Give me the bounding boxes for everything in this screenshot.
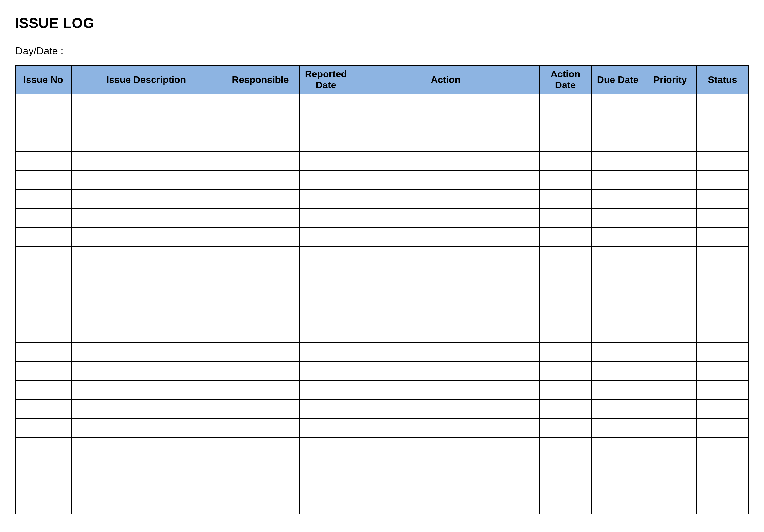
table-cell[interactable] — [15, 209, 71, 228]
table-cell[interactable] — [352, 361, 539, 380]
table-cell[interactable] — [644, 228, 696, 247]
table-cell[interactable] — [539, 113, 592, 132]
table-cell[interactable] — [696, 342, 749, 361]
table-cell[interactable] — [696, 476, 749, 495]
table-cell[interactable] — [696, 285, 749, 304]
table-cell[interactable] — [15, 400, 71, 419]
table-cell[interactable] — [644, 304, 696, 323]
table-cell[interactable] — [644, 113, 696, 132]
table-cell[interactable] — [71, 132, 221, 151]
table-cell[interactable] — [644, 94, 696, 113]
table-cell[interactable] — [71, 285, 221, 304]
table-cell[interactable] — [696, 323, 749, 342]
table-cell[interactable] — [15, 457, 71, 476]
table-cell[interactable] — [15, 247, 71, 266]
table-cell[interactable] — [352, 209, 539, 228]
table-cell[interactable] — [299, 419, 352, 438]
table-cell[interactable] — [299, 361, 352, 380]
table-cell[interactable] — [299, 304, 352, 323]
table-cell[interactable] — [221, 476, 299, 495]
table-cell[interactable] — [71, 113, 221, 132]
table-cell[interactable] — [299, 113, 352, 132]
table-cell[interactable] — [352, 495, 539, 514]
table-cell[interactable] — [539, 94, 592, 113]
table-cell[interactable] — [644, 323, 696, 342]
table-cell[interactable] — [71, 209, 221, 228]
table-cell[interactable] — [644, 132, 696, 151]
table-cell[interactable] — [221, 285, 299, 304]
table-cell[interactable] — [15, 266, 71, 285]
table-cell[interactable] — [539, 495, 592, 514]
table-cell[interactable] — [592, 457, 644, 476]
table-cell[interactable] — [299, 342, 352, 361]
table-cell[interactable] — [352, 285, 539, 304]
table-cell[interactable] — [696, 266, 749, 285]
table-cell[interactable] — [352, 419, 539, 438]
table-cell[interactable] — [299, 457, 352, 476]
table-cell[interactable] — [539, 361, 592, 380]
table-cell[interactable] — [592, 438, 644, 457]
table-cell[interactable] — [352, 189, 539, 209]
table-cell[interactable] — [71, 495, 221, 514]
table-cell[interactable] — [352, 323, 539, 342]
table-cell[interactable] — [299, 323, 352, 342]
table-cell[interactable] — [352, 94, 539, 113]
table-cell[interactable] — [644, 209, 696, 228]
table-cell[interactable] — [696, 438, 749, 457]
table-cell[interactable] — [644, 438, 696, 457]
table-cell[interactable] — [299, 209, 352, 228]
table-cell[interactable] — [221, 380, 299, 400]
table-cell[interactable] — [15, 304, 71, 323]
table-cell[interactable] — [15, 495, 71, 514]
table-cell[interactable] — [352, 170, 539, 189]
table-cell[interactable] — [696, 228, 749, 247]
table-cell[interactable] — [221, 304, 299, 323]
table-cell[interactable] — [299, 495, 352, 514]
table-cell[interactable] — [539, 209, 592, 228]
table-cell[interactable] — [539, 400, 592, 419]
table-cell[interactable] — [592, 419, 644, 438]
table-cell[interactable] — [592, 247, 644, 266]
table-cell[interactable] — [221, 151, 299, 170]
table-cell[interactable] — [539, 247, 592, 266]
table-cell[interactable] — [539, 323, 592, 342]
table-cell[interactable] — [15, 323, 71, 342]
table-cell[interactable] — [299, 266, 352, 285]
table-cell[interactable] — [299, 132, 352, 151]
table-cell[interactable] — [592, 189, 644, 209]
table-cell[interactable] — [15, 151, 71, 170]
table-cell[interactable] — [15, 132, 71, 151]
table-cell[interactable] — [644, 457, 696, 476]
table-cell[interactable] — [71, 151, 221, 170]
table-cell[interactable] — [221, 113, 299, 132]
table-cell[interactable] — [299, 400, 352, 419]
table-cell[interactable] — [696, 361, 749, 380]
table-cell[interactable] — [71, 457, 221, 476]
table-cell[interactable] — [352, 342, 539, 361]
table-cell[interactable] — [352, 304, 539, 323]
table-cell[interactable] — [696, 457, 749, 476]
table-cell[interactable] — [644, 151, 696, 170]
table-cell[interactable] — [299, 151, 352, 170]
table-cell[interactable] — [299, 438, 352, 457]
table-cell[interactable] — [299, 94, 352, 113]
table-cell[interactable] — [71, 400, 221, 419]
table-cell[interactable] — [696, 495, 749, 514]
table-cell[interactable] — [15, 380, 71, 400]
table-cell[interactable] — [696, 304, 749, 323]
table-cell[interactable] — [221, 400, 299, 419]
table-cell[interactable] — [644, 495, 696, 514]
table-cell[interactable] — [592, 361, 644, 380]
table-cell[interactable] — [592, 323, 644, 342]
table-cell[interactable] — [696, 247, 749, 266]
table-cell[interactable] — [644, 400, 696, 419]
table-cell[interactable] — [644, 476, 696, 495]
table-cell[interactable] — [644, 419, 696, 438]
table-cell[interactable] — [71, 342, 221, 361]
table-cell[interactable] — [352, 266, 539, 285]
table-cell[interactable] — [15, 189, 71, 209]
table-cell[interactable] — [592, 380, 644, 400]
table-cell[interactable] — [539, 170, 592, 189]
table-cell[interactable] — [644, 266, 696, 285]
table-cell[interactable] — [644, 170, 696, 189]
